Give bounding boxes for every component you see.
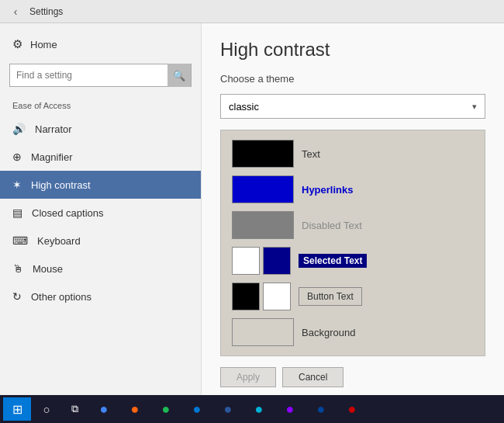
high-contrast-icon: ✶ [12, 179, 22, 191]
taskbar-app-spotify[interactable]: ● [152, 397, 180, 421]
disabled-color-box[interactable] [232, 211, 294, 239]
background-color-box[interactable] [232, 318, 294, 346]
taskbar-app-app2[interactable]: ● [338, 397, 366, 421]
taskbar: ⊞ ○ ⧉ ● ● ● ● ● ● ● ● ● [0, 395, 504, 423]
section-label: Ease of Access [0, 98, 201, 115]
back-button[interactable]: ‹ [6, 2, 25, 21]
mouse-label: Mouse [33, 263, 63, 275]
magnifier-label: Magnifier [31, 151, 72, 163]
main-layout: ⚙ Home 🔍 Ease of Access 🔊 Narrator ⊕ Mag… [0, 23, 504, 395]
theme-value: classic [229, 101, 259, 113]
button-box1[interactable] [232, 283, 260, 310]
choose-theme-label: Choose a theme [220, 73, 485, 85]
hyperlinks-swatch-row: Hyperlinks [232, 175, 474, 203]
home-label: Home [30, 39, 57, 50]
search-icon[interactable]: 🔍 [167, 64, 191, 87]
background-swatch-row: Background [232, 318, 474, 346]
sidebar-item-other-options[interactable]: ↻ Other options [0, 283, 201, 310]
sidebar-item-keyboard[interactable]: ⌨ Keyboard [0, 227, 201, 255]
sidebar-item-mouse[interactable]: 🖱 Mouse [0, 255, 201, 283]
home-icon: ⚙ [12, 37, 22, 51]
text-color-box[interactable] [232, 140, 294, 168]
cancel-button[interactable]: Cancel [282, 367, 343, 387]
selected-label: Selected Text [299, 254, 367, 268]
hyperlinks-label: Hyperlinks [302, 184, 353, 196]
apply-button[interactable]: Apply [220, 367, 276, 387]
taskbar-search[interactable]: ○ [34, 397, 59, 421]
start-button[interactable]: ⊞ [3, 397, 31, 421]
narrator-label: Narrator [35, 123, 72, 135]
button-box2[interactable] [263, 283, 291, 310]
chevron-down-icon: ▾ [472, 102, 477, 112]
text-label: Text [302, 148, 320, 160]
taskbar-app-store[interactable]: ● [245, 397, 273, 421]
sidebar-item-closed-captions[interactable]: ▤ Closed captions [0, 199, 201, 227]
sidebar-item-home[interactable]: ⚙ Home [0, 29, 201, 59]
disabled-label: Disabled Text [302, 220, 362, 231]
taskbar-app-outlook[interactable]: ● [183, 397, 211, 421]
high-contrast-label: High contrast [31, 179, 91, 191]
mouse-icon: 🖱 [12, 262, 23, 275]
other-options-label: Other options [31, 291, 91, 303]
taskbar-app-firefox[interactable]: ● [121, 397, 149, 421]
sidebar-item-narrator[interactable]: 🔊 Narrator [0, 115, 201, 143]
background-label: Background [302, 327, 355, 338]
taskbar-app-chrome[interactable]: ● [90, 397, 118, 421]
taskbar-task-view[interactable]: ⧉ [62, 397, 87, 421]
selected-box1[interactable] [232, 247, 260, 275]
taskbar-app-word[interactable]: ● [214, 397, 242, 421]
taskbar-app-media[interactable]: ● [276, 397, 304, 421]
swatches-container: Text Hyperlinks Disabled Text Selected T… [220, 130, 485, 356]
other-options-icon: ↻ [12, 290, 22, 303]
button-swatch-row: Button Text [232, 283, 474, 310]
window-title: Settings [29, 6, 63, 17]
text-swatch-row: Text [232, 140, 474, 168]
taskbar-app-app1[interactable]: ● [307, 397, 335, 421]
disabled-swatch-row: Disabled Text [232, 211, 474, 239]
action-buttons: Apply Cancel [220, 367, 485, 387]
page-title: High contrast [220, 39, 485, 61]
search-box: 🔍 [9, 64, 192, 87]
sidebar-item-magnifier[interactable]: ⊕ Magnifier [0, 143, 201, 171]
content-area: High contrast Choose a theme classic ▾ T… [202, 23, 504, 395]
sidebar: ⚙ Home 🔍 Ease of Access 🔊 Narrator ⊕ Mag… [0, 23, 202, 395]
title-bar: ‹ Settings [0, 0, 504, 23]
closed-captions-icon: ▤ [12, 206, 22, 219]
keyboard-icon: ⌨ [12, 234, 28, 247]
keyboard-label: Keyboard [37, 235, 81, 247]
selected-swatch-row: Selected Text [232, 247, 474, 275]
theme-dropdown[interactable]: classic ▾ [220, 94, 485, 119]
magnifier-icon: ⊕ [12, 151, 22, 163]
hyperlinks-color-box[interactable] [232, 175, 294, 203]
search-input[interactable] [10, 70, 167, 81]
narrator-icon: 🔊 [12, 123, 26, 135]
button-label: Button Text [299, 287, 362, 306]
closed-captions-label: Closed captions [32, 207, 104, 219]
sidebar-item-high-contrast[interactable]: ✶ High contrast [0, 171, 201, 199]
selected-box2[interactable] [263, 247, 291, 275]
